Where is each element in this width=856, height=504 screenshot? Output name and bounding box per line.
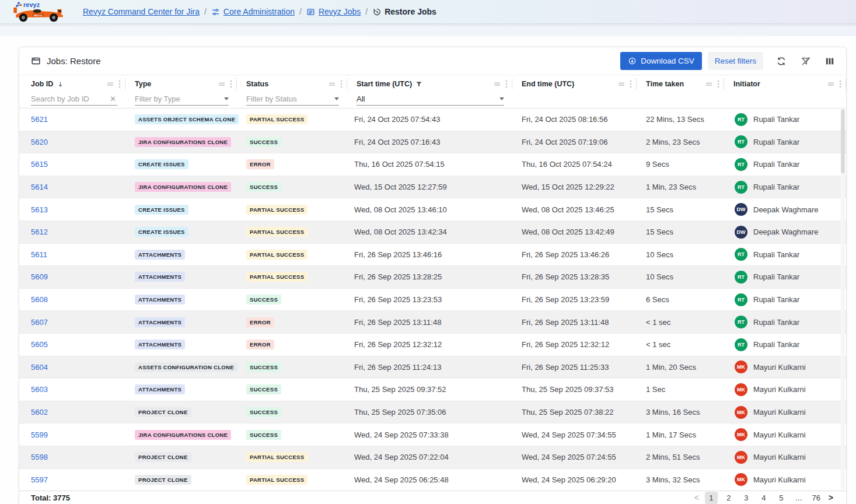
- pagination-page-button[interactable]: 1: [705, 492, 718, 504]
- end-time-cell: Thu, 25 Sep 2025 09:37:53: [512, 379, 637, 401]
- time-taken-cell: 6 Secs: [637, 289, 724, 311]
- column-drag-handle-icon[interactable]: [107, 81, 114, 87]
- clear-search-icon[interactable]: ✕: [109, 94, 117, 103]
- status-filter-input[interactable]: [246, 94, 334, 103]
- download-csv-button[interactable]: Download CSV: [620, 52, 702, 70]
- job-id-link[interactable]: 5598: [31, 453, 48, 461]
- pagination-page-button[interactable]: 4: [757, 492, 770, 504]
- scrollbar-thumb[interactable]: [841, 109, 845, 173]
- vertical-scrollbar[interactable]: [841, 109, 845, 490]
- filter-off-icon[interactable]: [801, 56, 811, 66]
- column-drag-handle-icon[interactable]: [827, 81, 834, 87]
- initiator-name: Rupali Tankar: [753, 138, 799, 146]
- job-id-link[interactable]: 5603: [31, 385, 48, 394]
- column-header-type[interactable]: Type: [125, 75, 237, 93]
- job-id-link[interactable]: 5607: [31, 318, 48, 327]
- breadcrumb-link-revyz-jobs[interactable]: Revyz Jobs: [306, 7, 361, 16]
- column-menu-icon[interactable]: [505, 80, 508, 88]
- revyz-logo[interactable]: revyz REVYZ: [6, 0, 75, 23]
- chevron-down-icon[interactable]: [334, 97, 339, 100]
- columns-icon[interactable]: [825, 57, 834, 66]
- svg-text:REVYZ: REVYZ: [34, 14, 43, 17]
- table-header-row: Job ID Type: [19, 75, 846, 93]
- type-badge: CREATE ISSUES: [135, 205, 188, 215]
- status-badge: PARTIAL SUCCESS: [246, 205, 308, 215]
- type-badge: PROJECT CLONE: [135, 407, 191, 417]
- initiator-avatar: RT: [735, 338, 747, 351]
- end-time-cell: Fri, 26 Sep 2025 13:11:48: [512, 311, 637, 333]
- job-id-link[interactable]: 5597: [31, 475, 48, 484]
- column-header-start-time[interactable]: Start time (UTC): [347, 75, 512, 93]
- job-id-link[interactable]: 5621: [31, 115, 48, 124]
- initiator-avatar: MK: [735, 473, 747, 486]
- breadcrumb-label: Core Administration: [223, 7, 295, 16]
- job-id-link[interactable]: 5614: [31, 183, 48, 191]
- column-menu-icon[interactable]: [230, 80, 232, 88]
- initiator-avatar: RT: [735, 248, 747, 261]
- job-id-link[interactable]: 5611: [31, 250, 47, 259]
- job-id-search-input[interactable]: [31, 94, 109, 103]
- end-time-cell: Wed, 15 Oct 2025 12:29:22: [512, 176, 637, 198]
- time-taken-cell: 10 Secs: [637, 244, 724, 266]
- job-id-link[interactable]: 5620: [31, 138, 48, 146]
- job-id-link[interactable]: 5599: [31, 430, 48, 439]
- job-id-link[interactable]: 5602: [31, 408, 48, 416]
- column-menu-icon[interactable]: [839, 80, 841, 88]
- time-taken-cell: 22 Mins, 13 Secs: [637, 108, 724, 131]
- sort-descending-icon[interactable]: [57, 80, 64, 88]
- job-id-link[interactable]: 5612: [31, 228, 48, 236]
- pagination-page-button[interactable]: 3: [740, 492, 753, 504]
- column-drag-handle-icon[interactable]: [618, 81, 625, 87]
- column-header-time-taken[interactable]: Time taken: [637, 75, 724, 93]
- job-id-link[interactable]: 5608: [31, 295, 48, 304]
- column-menu-icon[interactable]: [630, 80, 632, 88]
- time-taken-cell: 3 Mins, 16 Secs: [637, 401, 724, 424]
- job-id-link[interactable]: 5605: [31, 340, 48, 349]
- column-menu-icon[interactable]: [340, 80, 343, 88]
- type-filter-input[interactable]: [135, 94, 224, 103]
- pagination-page-button[interactable]: 5: [775, 492, 788, 504]
- column-drag-handle-icon[interactable]: [705, 81, 712, 87]
- column-header-initiator[interactable]: Initiator: [724, 75, 846, 93]
- status-badge: ERROR: [246, 317, 274, 327]
- breadcrumb-separator: /: [204, 7, 207, 16]
- column-header-status[interactable]: Status: [237, 75, 347, 93]
- start-time-cell: Thu, 25 Sep 2025 07:35:06: [347, 401, 512, 424]
- chevron-down-icon[interactable]: [499, 97, 504, 100]
- initiator-name: Deepak Waghmare: [753, 205, 819, 214]
- refresh-icon[interactable]: [776, 56, 787, 66]
- end-time-cell: Thu, 25 Sep 2025 07:38:22: [512, 401, 637, 424]
- breadcrumb-link-core-administration[interactable]: Core Administration: [211, 7, 295, 16]
- initiator-avatar: RT: [735, 113, 747, 126]
- start-time-filter-select[interactable]: All: [357, 93, 504, 106]
- pagination-next-button[interactable]: >: [827, 493, 834, 502]
- start-time-cell: Fri, 26 Sep 2025 12:32:12: [347, 334, 512, 356]
- column-drag-handle-icon[interactable]: [329, 81, 336, 87]
- job-id-link[interactable]: 5604: [31, 363, 48, 372]
- status-badge: SUCCESS: [246, 182, 281, 192]
- status-badge: PARTIAL SUCCESS: [246, 452, 308, 462]
- column-menu-icon[interactable]: [118, 80, 121, 88]
- job-id-link[interactable]: 5613: [31, 205, 48, 214]
- job-id-link[interactable]: 5609: [31, 272, 48, 281]
- start-time-cell: Thu, 25 Sep 2025 09:37:52: [347, 379, 512, 401]
- column-menu-icon[interactable]: [717, 80, 719, 88]
- reset-filters-button[interactable]: Reset filters: [708, 52, 763, 70]
- time-taken-cell: 1 Min, 17 Secs: [637, 424, 724, 446]
- chevron-down-icon[interactable]: [224, 97, 229, 100]
- column-header-job-id[interactable]: Job ID: [19, 75, 125, 93]
- initiator-avatar: DW: [735, 226, 747, 239]
- type-badge: CREATE ISSUES: [135, 227, 188, 237]
- breadcrumb-link-command-center[interactable]: Revyz Command Center for Jira: [83, 7, 200, 16]
- job-id-link[interactable]: 5615: [31, 160, 48, 169]
- time-taken-cell: 2 Mins, 51 Secs: [637, 446, 724, 468]
- status-badge: SUCCESS: [246, 384, 281, 394]
- pagination-page-button[interactable]: 2: [722, 492, 735, 504]
- breadcrumb: Revyz Command Center for Jira / Core Adm…: [83, 7, 436, 16]
- column-header-end-time[interactable]: End time (UTC): [512, 75, 637, 93]
- type-badge: CREATE ISSUES: [135, 159, 188, 169]
- pagination: <12345…76>: [693, 492, 838, 504]
- pagination-page-button[interactable]: 76: [810, 492, 823, 504]
- column-drag-handle-icon[interactable]: [494, 81, 501, 87]
- column-drag-handle-icon[interactable]: [218, 81, 225, 87]
